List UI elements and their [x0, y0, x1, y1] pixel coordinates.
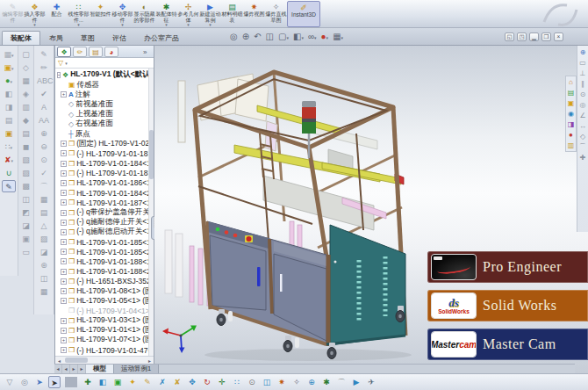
chamfer-icon[interactable]: ◆	[19, 114, 33, 126]
mate-link-icon[interactable]: ⊕	[580, 48, 586, 57]
magnify-icon[interactable]: ◎	[18, 376, 31, 388]
mate-button[interactable]: ✚ 配合	[46, 1, 68, 27]
mirror-feature-icon[interactable]: ◫	[19, 193, 33, 206]
fly-through-icon[interactable]: ➤	[33, 376, 46, 388]
expand-icon[interactable]: +	[61, 328, 67, 334]
fillet-icon[interactable]: ▥	[19, 101, 33, 113]
spline-icon[interactable]: ∪	[2, 167, 16, 179]
datum-feature-icon[interactable]: ▤	[37, 206, 51, 219]
next-tab-icon[interactable]: ▸	[70, 365, 78, 373]
tree-item-component[interactable]: + ❒ (-) HL-1651-BXSJ-352-	[57, 277, 154, 286]
tree-item-component[interactable]: + ❒ HL-1709-V1-01-185<1	[57, 237, 154, 247]
tree-item-component[interactable]: + ❒ (固定) HL-1709-V1-02<	[57, 139, 154, 148]
tree-item-component[interactable]: + ❒ (-) HL-1709-V1-04<1>	[57, 306, 154, 315]
featuremanager-tab[interactable]: ❖	[57, 47, 71, 57]
tree-item-component[interactable]: + ❒ HL-1709-V1-03<1> (固	[57, 316, 154, 326]
note-icon[interactable]: A	[37, 101, 51, 113]
banner-solid-works[interactable]: ds SolidWorks Solid Works	[427, 290, 588, 321]
expand-icon[interactable]: +	[61, 141, 67, 147]
tree-item-origin[interactable]: + ┼ 原点	[57, 129, 154, 139]
tree-item-component[interactable]: + ❒ HL-1709-V1-01-187<1	[57, 198, 154, 207]
tree-item-right-plane[interactable]: + ◇ 右视基准面	[57, 119, 154, 129]
tree-item-front-plane[interactable]: + ◇ 前视基准面	[57, 99, 154, 109]
tree-horizontal-scrollbar[interactable]: ◂ ▸	[55, 356, 154, 364]
expand-icon[interactable]: +	[61, 249, 67, 255]
insert-folder-icon[interactable]: ▣▾	[2, 61, 16, 74]
expand-icon[interactable]: +	[61, 150, 67, 156]
assembly-begin-icon[interactable]: ✚	[82, 376, 94, 388]
tree-item-component[interactable]: + ❒ HL-1709-V1-01-184<2	[57, 188, 154, 198]
revolve-icon[interactable]: ◇	[19, 61, 33, 74]
tree-item-component[interactable]: + ❒ HL-1709-V1-01-186<1	[57, 178, 154, 188]
scrollbar-thumb[interactable]	[149, 130, 154, 179]
balloon-icon[interactable]: ⊙	[37, 154, 51, 166]
belt-chain-icon[interactable]: ⌒	[335, 376, 348, 388]
expand-icon[interactable]: +	[61, 258, 67, 264]
appearance-ball-icon[interactable]: ●▾	[2, 75, 16, 87]
delete-icon[interactable]: ✘▾	[2, 154, 16, 166]
tree-item-component[interactable]: + ❒ HL-1709-V1-01-188<2	[57, 267, 154, 277]
tree-item-component[interactable]: + ❒ HL-1709-V1-01<1> (固	[57, 326, 154, 336]
hide-show-items-icon[interactable]: ∞▾	[308, 32, 317, 43]
exploded-view-icon[interactable]: ✷	[276, 376, 288, 388]
first-tab-icon[interactable]: ◂	[54, 365, 62, 373]
no-external-ref-icon[interactable]: ✗	[156, 376, 169, 388]
zoom-to-area-icon[interactable]: ⊕	[242, 32, 249, 43]
tree-item-component[interactable]: + ❒ HL-1709-V1-05<1> (固	[57, 296, 154, 306]
interference-detection-icon[interactable]: ⊕	[305, 376, 318, 388]
lock-mate-icon[interactable]: ✚	[580, 154, 586, 162]
propertymanager-tab[interactable]: ✏	[73, 47, 87, 57]
expand-icon[interactable]: +	[61, 288, 67, 294]
toolbar-separator[interactable]	[65, 377, 77, 387]
hatch-icon[interactable]: ▨	[37, 233, 51, 245]
banner-master-cam[interactable]: Mastercam Master Cam	[427, 329, 588, 360]
configurationmanager-tab[interactable]: ▤	[89, 47, 103, 57]
expand-icon[interactable]: +	[61, 220, 67, 226]
view-orientation-icon[interactable]: ▢▾	[278, 32, 289, 43]
expand-icon[interactable]: +	[61, 318, 67, 324]
zoom-out-icon[interactable]: ⊖	[37, 141, 51, 153]
surface-icon[interactable]: ▣	[19, 233, 33, 245]
perpendicular-mate-icon[interactable]: ⊥	[580, 69, 586, 78]
spell-checker-icon[interactable]: ABC	[37, 75, 51, 87]
custom-properties-icon[interactable]: ▥	[566, 141, 576, 150]
model-tab[interactable]: 模型	[86, 365, 114, 373]
tree-item-component[interactable]: + ❒ HL-1709-V1-01-184<1	[57, 159, 154, 169]
tree-item-component[interactable]: + ❒ (-) HL-1709-V1-01-47<	[57, 345, 154, 355]
panel-overflow-chevron[interactable]: »	[143, 48, 147, 56]
bill-of-materials-button[interactable]: ▤ 材料明细表	[221, 1, 243, 27]
expand-icon[interactable]: +	[61, 210, 67, 216]
draft-icon[interactable]: ▧	[19, 154, 33, 166]
circular-pattern-icon[interactable]: ⊙	[246, 376, 258, 388]
tree-item-component[interactable]: + ❒ HL-1709-V1-01-188<1	[57, 256, 154, 266]
appearances-scenes-icon[interactable]: ●	[566, 130, 576, 140]
select-cursor-icon[interactable]: ➤	[48, 376, 61, 388]
next-window-icon[interactable]: ◳	[517, 32, 527, 41]
scrollbar-thumb[interactable]	[65, 358, 88, 363]
instant3d-button[interactable]: ✐ Instant3D	[287, 1, 320, 27]
sweep-icon[interactable]: ▦	[19, 75, 33, 87]
expand-icon[interactable]: +	[61, 190, 67, 196]
mirror-icon[interactable]: ◨	[2, 101, 16, 113]
close-icon[interactable]: ×	[554, 32, 563, 41]
angle-mate-icon[interactable]: ∠	[579, 112, 585, 120]
filter-icon[interactable]: ▽	[4, 376, 16, 388]
move-component-icon[interactable]: ✥	[186, 376, 198, 388]
tree-item-annotations[interactable]: + A 注解	[57, 90, 154, 99]
expand-icon[interactable]: +	[61, 229, 67, 235]
multi-note-icon[interactable]: AA	[37, 114, 51, 126]
previous-window-icon[interactable]: ◱	[505, 32, 514, 41]
linear-pattern-icon[interactable]: ▩	[19, 180, 33, 192]
sketch-icon[interactable]: ✏	[37, 61, 51, 74]
tree-item-component[interactable]: + ❒ (-) q带保护盖急停开关<	[57, 207, 154, 217]
view-palette-icon[interactable]: ◨	[566, 119, 576, 129]
expand-icon[interactable]: +	[61, 298, 67, 304]
smart-dimension-icon[interactable]: ✎	[37, 48, 51, 61]
new-motion-study-button[interactable]: ▶ 新建运动算例 ▾	[199, 1, 221, 27]
assembly-features-button[interactable]: ✱ 装配体特征 ▾	[155, 1, 177, 27]
feature-icon[interactable]: ◧	[2, 88, 16, 100]
edit-component-button[interactable]: ✎ 编辑零部件	[2, 1, 24, 27]
new-part-icon[interactable]: ▣	[111, 376, 124, 388]
hide-component-icon[interactable]: ✘	[171, 376, 183, 388]
dimxpertmanager-tab[interactable]: ◕	[104, 47, 118, 57]
